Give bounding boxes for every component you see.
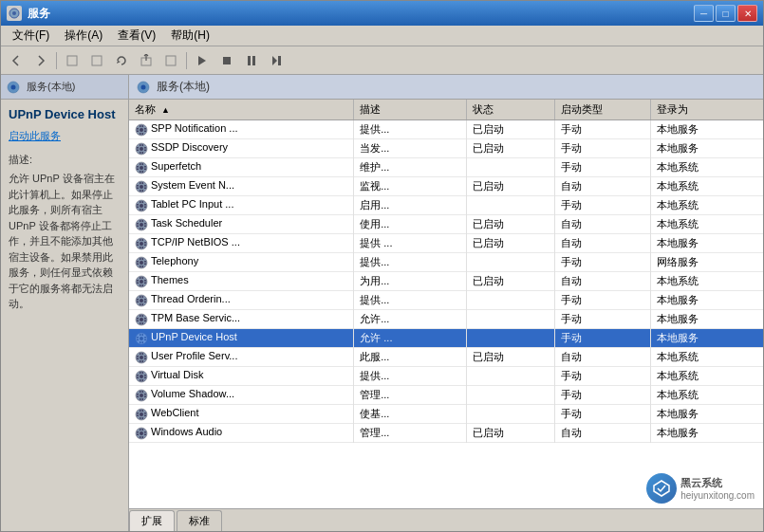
export-button[interactable] bbox=[135, 50, 158, 71]
svg-point-14 bbox=[11, 84, 16, 89]
svg-rect-175 bbox=[137, 414, 139, 416]
table-row[interactable]: TCP/IP NetBIOS ... 提供 ... 已启动 自动 本地服务 bbox=[129, 234, 763, 253]
table-row[interactable]: Tablet PC Input ... 启用... 手动 本地系统 bbox=[129, 196, 763, 215]
table-row[interactable]: SSDP Discovery 当发... 已启动 手动 本地服务 bbox=[129, 139, 763, 158]
svg-rect-159 bbox=[140, 391, 141, 393]
cell-desc: 使基... bbox=[354, 405, 466, 424]
start-service-link[interactable]: 启动此服务 bbox=[9, 129, 121, 143]
cell-status: 已启动 bbox=[466, 272, 554, 291]
window-controls: ─ □ ✕ bbox=[694, 5, 757, 22]
table-row[interactable]: Thread Orderin... 提供... 手动 本地服务 bbox=[129, 291, 763, 310]
cell-start: 手动 bbox=[554, 291, 650, 310]
svg-rect-54 bbox=[140, 190, 141, 192]
svg-rect-72 bbox=[144, 225, 146, 227]
svg-rect-134 bbox=[140, 341, 141, 343]
svg-rect-55 bbox=[137, 187, 139, 189]
services-table: 名称 ▲ 描述 状态 启动类型 登录为 bbox=[129, 100, 763, 443]
svg-rect-66 bbox=[137, 204, 139, 206]
col-header-name[interactable]: 名称 ▲ bbox=[129, 100, 354, 120]
table-row[interactable]: Superfetch 维护... 手动 本地系统 bbox=[129, 158, 763, 177]
services-table-container: 名称 ▲ 描述 状态 启动类型 登录为 bbox=[129, 100, 763, 508]
svg-rect-2 bbox=[67, 56, 77, 65]
svg-rect-69 bbox=[140, 220, 141, 222]
table-row[interactable]: Themes 为用... 已启动 自动 本地系统 bbox=[129, 272, 763, 291]
table-row[interactable]: Telephony 提供... 手动 网络服务 bbox=[129, 253, 763, 272]
svg-rect-119 bbox=[140, 315, 141, 317]
svg-rect-23 bbox=[142, 133, 144, 135]
play-button[interactable] bbox=[191, 50, 214, 71]
svg-rect-181 bbox=[144, 431, 146, 433]
table-row[interactable]: TPM Base Servic... 允许... 手动 本地服务 bbox=[129, 310, 763, 329]
table-row[interactable]: WebClient 使基... 手动 本地服务 bbox=[129, 405, 763, 424]
table-row[interactable]: Volume Shadow... 管理... 手动 本地系统 bbox=[129, 386, 763, 405]
table-row[interactable]: SPP Notification ... 提供... 已启动 手动 本地服务 bbox=[129, 120, 763, 139]
cell-start: 手动 bbox=[554, 120, 650, 139]
cell-name: Volume Shadow... bbox=[129, 386, 354, 405]
cell-desc: 启用... bbox=[354, 196, 466, 215]
svg-rect-135 bbox=[137, 339, 139, 340]
svg-point-178 bbox=[140, 431, 143, 435]
svg-rect-156 bbox=[137, 375, 139, 376]
table-row[interactable]: User Profile Serv... 此服... 已启动 自动 本地系统 bbox=[129, 348, 763, 367]
table-scroll[interactable]: 名称 ▲ 描述 状态 启动类型 登录为 bbox=[129, 100, 763, 508]
svg-point-48 bbox=[140, 185, 143, 189]
cell-login: 本地服务 bbox=[651, 291, 763, 310]
cell-name: Task Scheduler bbox=[129, 215, 354, 234]
table-row[interactable]: Virtual Disk 提供... 手动 本地系统 bbox=[129, 367, 763, 386]
toolbar-sep-2 bbox=[186, 52, 187, 69]
cell-name: Thread Orderin... bbox=[129, 291, 354, 310]
menu-action[interactable]: 操作(A) bbox=[57, 26, 110, 46]
col-header-desc[interactable]: 描述 bbox=[354, 100, 466, 120]
back-button[interactable] bbox=[5, 50, 28, 71]
forward-button[interactable] bbox=[29, 50, 52, 71]
close-button[interactable]: ✕ bbox=[737, 5, 757, 22]
col-header-start[interactable]: 启动类型 bbox=[554, 100, 650, 120]
up-button[interactable] bbox=[61, 50, 84, 71]
restart-button[interactable] bbox=[265, 50, 288, 71]
table-row[interactable]: Windows Audio 管理... 已启动 自动 本地服务 bbox=[129, 424, 763, 443]
table-row[interactable]: System Event N... 监视... 已启动 自动 本地系统 bbox=[129, 177, 763, 196]
cell-login: 本地系统 bbox=[651, 272, 763, 291]
maximize-button[interactable]: □ bbox=[716, 5, 736, 22]
svg-rect-111 bbox=[144, 299, 146, 301]
table-row[interactable]: UPnP Device Host 允许 ... 手动 本地服务 bbox=[129, 329, 763, 348]
minimize-button[interactable]: ─ bbox=[694, 5, 714, 22]
svg-rect-9 bbox=[248, 56, 251, 65]
menu-view[interactable]: 查看(V) bbox=[110, 26, 163, 46]
pause-button[interactable] bbox=[240, 50, 263, 71]
cell-status: 已启动 bbox=[466, 348, 554, 367]
menu-file[interactable]: 文件(F) bbox=[5, 26, 57, 46]
col-header-login[interactable]: 登录为 bbox=[651, 100, 763, 120]
svg-rect-184 bbox=[140, 436, 141, 438]
svg-rect-172 bbox=[144, 414, 146, 416]
left-panel-content: UPnP Device Host 启动此服务 描述: 允许 UPnP 设备宿主在… bbox=[1, 100, 128, 531]
col-header-status[interactable]: 状态 bbox=[466, 100, 554, 120]
cell-desc: 为用... bbox=[354, 272, 466, 291]
cell-start: 手动 bbox=[554, 253, 650, 272]
menu-help[interactable]: 帮助(H) bbox=[163, 26, 217, 46]
tab-extend[interactable]: 扩展 bbox=[129, 510, 175, 531]
svg-rect-56 bbox=[137, 185, 139, 187]
svg-rect-162 bbox=[144, 395, 146, 397]
cell-status bbox=[466, 405, 554, 424]
svg-rect-116 bbox=[137, 299, 139, 301]
view-button[interactable] bbox=[85, 50, 108, 71]
svg-rect-153 bbox=[142, 379, 144, 381]
cell-login: 本地服务 bbox=[651, 329, 763, 348]
cell-status bbox=[466, 196, 554, 215]
tab-standard[interactable]: 标准 bbox=[177, 510, 222, 531]
cell-login: 本地系统 bbox=[651, 177, 763, 196]
svg-rect-130 bbox=[142, 334, 144, 336]
svg-rect-26 bbox=[137, 128, 139, 130]
svg-rect-151 bbox=[144, 375, 146, 376]
help-button[interactable] bbox=[159, 50, 182, 71]
table-row[interactable]: Task Scheduler 使用... 已启动 自动 本地系统 bbox=[129, 215, 763, 234]
svg-rect-19 bbox=[140, 125, 141, 127]
stop-button[interactable] bbox=[215, 50, 238, 71]
cell-start: 自动 bbox=[554, 348, 650, 367]
cell-name: Virtual Disk bbox=[129, 367, 354, 386]
svg-marker-11 bbox=[272, 56, 277, 65]
svg-rect-49 bbox=[140, 182, 141, 184]
svg-rect-62 bbox=[144, 206, 146, 208]
refresh-button[interactable] bbox=[110, 50, 133, 71]
